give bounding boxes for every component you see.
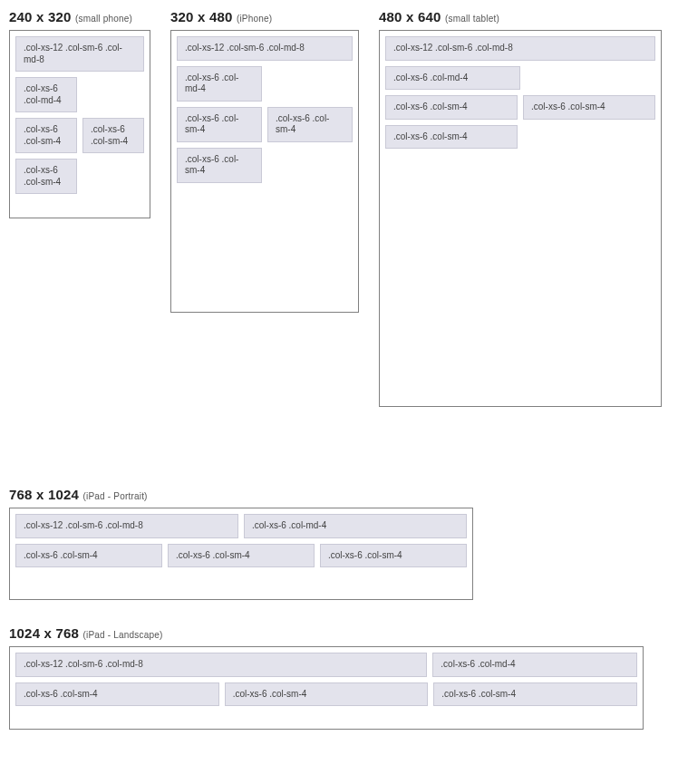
cell: .col-xs-6 .col-sm-4 (385, 125, 518, 150)
cell: .col-xs-6 .col-sm-4 (177, 148, 262, 183)
dims: 320 x 480 (170, 9, 233, 24)
dims: 480 x 640 (379, 9, 441, 24)
cell: .col-xs-12 .col-sm-6 .col-md-8 (177, 36, 353, 61)
label: (small phone) (75, 14, 132, 24)
label: (iPad - Landscape) (82, 630, 162, 640)
cell: .col-xs-6 .col-md-4 (432, 653, 637, 677)
dims: 768 x 1024 (9, 487, 79, 502)
cell: .col-xs-6 .col-sm-4 (267, 107, 353, 142)
heading-320x480: 320 x 480 (iPhone) (170, 9, 359, 24)
heading-768x1024: 768 x 1024 (iPad - Portrait) (9, 487, 669, 502)
label: (iPad - Portrait) (82, 491, 147, 501)
cell: .col-xs-6 .col-sm-4 (15, 118, 77, 153)
cell: .col-xs-6 .col-sm-4 (177, 107, 262, 142)
cell: .col-xs-6 .col-sm-4 (15, 544, 162, 568)
dims: 240 x 320 (9, 9, 72, 24)
cell: .col-xs-6 .col-md-4 (177, 66, 262, 102)
cell: .col-xs-6 .col-md-4 (244, 514, 467, 538)
cell: .col-xs-6 .col-sm-4 (15, 159, 77, 194)
frame-768x1024: .col-xs-12 .col-sm-6 .col-md-8 .col-xs-6… (9, 508, 473, 600)
frame-1024x768: .col-xs-12 .col-sm-6 .col-md-8 .col-xs-6… (9, 646, 644, 730)
cell: .col-xs-6 .col-sm-4 (168, 544, 315, 568)
frame-240x320: .col-xs-12 .col-sm-6 .col-md-8 .col-xs-6… (9, 30, 150, 218)
cell: .col-xs-6 .col-sm-4 (82, 118, 144, 153)
cell: .col-xs-6 .col-sm-4 (385, 95, 518, 120)
label: (small tablet) (445, 14, 499, 24)
cell: .col-xs-6 .col-sm-4 (225, 682, 429, 707)
cell: .col-xs-6 .col-md-4 (385, 66, 520, 91)
breakpoint-240x320: 240 x 320 (small phone) .col-xs-12 .col-… (9, 9, 150, 218)
heading-480x640: 480 x 640 (small tablet) (379, 9, 662, 24)
heading-240x320: 240 x 320 (small phone) (9, 9, 150, 24)
cell: .col-xs-12 .col-sm-6 .col-md-8 (385, 36, 655, 61)
cell: .col-xs-12 .col-sm-6 .col-md-8 (15, 36, 144, 72)
cell: .col-xs-6 .col-sm-4 (433, 682, 637, 707)
dims: 1024 x 768 (9, 625, 79, 641)
breakpoint-320x480: 320 x 480 (iPhone) .col-xs-12 .col-sm-6 … (170, 9, 359, 313)
breakpoint-480x640: 480 x 640 (small tablet) .col-xs-12 .col… (379, 9, 662, 407)
breakpoint-768x1024: 768 x 1024 (iPad - Portrait) .col-xs-12 … (9, 487, 669, 600)
cell: .col-xs-6 .col-md-4 (15, 77, 77, 112)
heading-1024x768: 1024 x 768 (iPad - Landscape) (9, 625, 669, 641)
cell: .col-xs-6 .col-sm-4 (320, 544, 467, 568)
frame-320x480: .col-xs-12 .col-sm-6 .col-md-8 .col-xs-6… (170, 30, 359, 313)
cell: .col-xs-12 .col-sm-6 .col-md-8 (15, 514, 238, 538)
breakpoint-1024x768: 1024 x 768 (iPad - Landscape) .col-xs-12… (9, 625, 669, 730)
frame-480x640: .col-xs-12 .col-sm-6 .col-md-8 .col-xs-6… (379, 30, 662, 407)
label: (iPhone) (237, 14, 272, 24)
cell: .col-xs-12 .col-sm-6 .col-md-8 (15, 653, 427, 677)
cell: .col-xs-6 .col-sm-4 (523, 95, 655, 120)
cell: .col-xs-6 .col-sm-4 (15, 682, 219, 707)
